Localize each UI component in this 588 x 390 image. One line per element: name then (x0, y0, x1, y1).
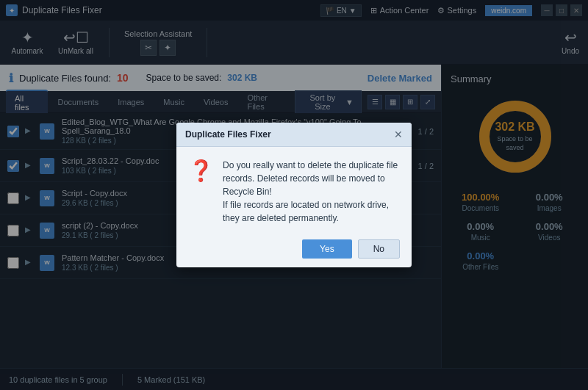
modal-text-2: If file records are located on network d… (223, 198, 400, 225)
modal-title: Duplicate Files Fixer (185, 129, 271, 140)
modal-title-bar: Duplicate Files Fixer ✕ (176, 123, 412, 147)
modal-no-button[interactable]: No (358, 239, 400, 259)
modal-overlay: Duplicate Files Fixer ✕ ❓ Do you really … (0, 0, 588, 390)
modal-text-1: Do you really want to delete the duplica… (223, 159, 400, 198)
modal-yes-button[interactable]: Yes (302, 239, 352, 259)
modal-footer: Yes No (176, 234, 412, 267)
modal-message: Do you really want to delete the duplica… (223, 159, 400, 225)
modal-question-icon: ❓ (188, 159, 214, 225)
confirm-dialog: Duplicate Files Fixer ✕ ❓ Do you really … (176, 123, 412, 267)
modal-body: ❓ Do you really want to delete the dupli… (176, 147, 412, 234)
modal-close-button[interactable]: ✕ (394, 129, 403, 140)
